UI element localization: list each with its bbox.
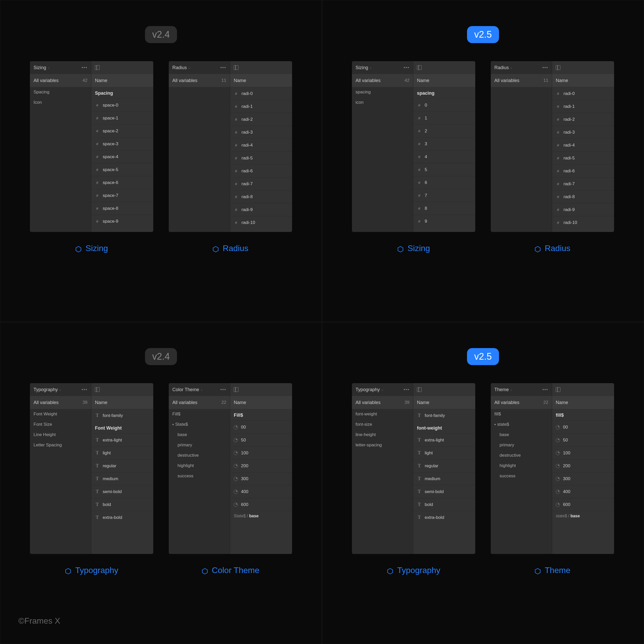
variable-row[interactable]: Tbold <box>413 498 475 511</box>
variable-row[interactable]: 4 <box>413 150 475 163</box>
layout-icon[interactable] <box>556 387 560 392</box>
variable-row[interactable]: space-4 <box>91 150 153 163</box>
sidebar-item[interactable]: Fill$ <box>169 409 230 419</box>
variable-row[interactable]: Textra-light <box>413 433 475 446</box>
variable-row[interactable]: Tsemi-bold <box>91 485 153 498</box>
variable-row[interactable]: radi-9 <box>230 203 292 216</box>
variable-row[interactable]: Tregular <box>91 459 153 472</box>
panel-title[interactable]: Theme⌵ <box>494 387 512 392</box>
variable-row[interactable]: 600 <box>552 498 614 511</box>
sidebar-item[interactable]: Line Height <box>30 430 91 440</box>
variable-row[interactable]: radi-9 <box>552 203 614 216</box>
sidebar-item[interactable]: destructive <box>169 450 230 461</box>
sidebar-item[interactable]: highlight <box>169 461 230 471</box>
variable-row[interactable]: 400 <box>552 485 614 498</box>
variable-row[interactable]: 100 <box>230 446 292 459</box>
more-icon[interactable]: ••• <box>220 65 226 70</box>
panel-title[interactable]: Color Theme⌵ <box>172 387 203 392</box>
variable-row[interactable]: radi-5 <box>552 151 614 164</box>
all-variables-row[interactable]: All variables22 <box>169 396 230 409</box>
panel-title[interactable]: Sizing⌵ <box>356 65 372 70</box>
variable-row[interactable]: Tlight <box>91 446 153 459</box>
variable-row[interactable]: radi-5 <box>230 151 292 164</box>
variable-row[interactable]: 3 <box>413 137 475 150</box>
more-icon[interactable]: ••• <box>82 387 87 392</box>
layout-icon[interactable] <box>234 65 238 70</box>
variable-row[interactable]: radi-4 <box>230 139 292 151</box>
variable-row[interactable]: radi-7 <box>552 177 614 190</box>
variable-row[interactable]: 6 <box>413 176 475 189</box>
variable-row[interactable]: 9 <box>413 215 475 228</box>
variable-row[interactable]: 2 <box>413 124 475 137</box>
variable-row[interactable]: 5 <box>413 163 475 176</box>
sidebar-item[interactable]: primary <box>491 440 552 450</box>
layout-icon[interactable] <box>95 65 100 70</box>
sidebar-item[interactable]: letter-spacing <box>352 440 413 450</box>
variable-row[interactable]: 00 <box>230 421 292 433</box>
sidebar-item[interactable]: Letter Spacing <box>30 440 91 450</box>
variable-row[interactable]: space-9 <box>91 215 153 228</box>
variable-row[interactable]: radi-8 <box>552 190 614 203</box>
sidebar-item[interactable]: icon <box>352 97 413 108</box>
variable-row[interactable]: space-7 <box>91 189 153 202</box>
panel-title[interactable]: Typography⌵ <box>356 387 383 392</box>
variable-row[interactable]: 100 <box>552 446 614 459</box>
panel-title[interactable]: Radius⌵ <box>494 65 512 70</box>
sidebar-item[interactable]: fill$ <box>491 409 552 419</box>
variable-row[interactable]: 200 <box>230 459 292 472</box>
layout-icon[interactable] <box>417 65 422 70</box>
more-icon[interactable]: ••• <box>542 387 548 392</box>
all-variables-row[interactable]: All variables11 <box>169 74 230 87</box>
variable-row[interactable]: space-6 <box>91 176 153 189</box>
sidebar-item[interactable]: success <box>491 471 552 481</box>
sidebar-item[interactable]: font-weight <box>352 409 413 419</box>
sidebar-item[interactable]: Font Size <box>30 419 91 430</box>
variable-row[interactable]: radi-6 <box>230 164 292 177</box>
panel-title[interactable]: Radius⌵ <box>172 65 190 70</box>
sidebar-item[interactable]: font-size <box>352 419 413 430</box>
sidebar-item[interactable]: primary <box>169 440 230 450</box>
all-variables-row[interactable]: All variables11 <box>491 74 552 87</box>
sidebar-item[interactable]: Icon <box>30 97 91 108</box>
variable-row[interactable]: 300 <box>230 472 292 485</box>
panel-title[interactable]: Sizing⌵ <box>34 65 50 70</box>
variable-row[interactable]: space-3 <box>91 137 153 150</box>
variable-row[interactable]: space-0 <box>91 99 153 111</box>
variable-row[interactable]: radi-3 <box>230 126 292 139</box>
variable-row[interactable]: 0 <box>413 99 475 111</box>
variable-row[interactable]: 600 <box>230 498 292 511</box>
sidebar-item[interactable]: success <box>169 471 230 481</box>
more-icon[interactable]: ••• <box>404 65 409 70</box>
variable-row[interactable]: space-8 <box>91 202 153 215</box>
variable-row[interactable]: 8 <box>413 202 475 215</box>
variable-row[interactable]: radi-6 <box>552 164 614 177</box>
variable-row[interactable]: radi-4 <box>552 139 614 151</box>
sidebar-item[interactable]: ▾State$ <box>169 419 230 430</box>
variable-row[interactable]: 200 <box>552 459 614 472</box>
more-icon[interactable]: ••• <box>82 65 87 70</box>
more-icon[interactable]: ••• <box>404 387 409 392</box>
variable-row[interactable]: Tsemi-bold <box>413 485 475 498</box>
variable-row[interactable]: Tfont-family <box>91 409 153 422</box>
sidebar-item[interactable]: line-height <box>352 430 413 440</box>
variable-row[interactable]: Tlight <box>413 446 475 459</box>
variable-row[interactable]: radi-10 <box>552 216 614 229</box>
all-variables-row[interactable]: All variables42 <box>352 74 413 87</box>
variable-row[interactable]: radi-0 <box>552 87 614 100</box>
variable-row[interactable]: radi-3 <box>552 126 614 139</box>
variable-row[interactable]: radi-2 <box>552 113 614 126</box>
variable-row[interactable]: radi-8 <box>230 190 292 203</box>
sidebar-item[interactable]: Spacing <box>30 87 91 97</box>
variable-row[interactable]: radi-7 <box>230 177 292 190</box>
variable-row[interactable]: space-1 <box>91 111 153 124</box>
variable-row[interactable]: Tfont-family <box>413 409 475 422</box>
all-variables-row[interactable]: All variables22 <box>491 396 552 409</box>
variable-row[interactable]: 7 <box>413 189 475 202</box>
variable-row[interactable]: 50 <box>552 433 614 446</box>
sidebar-item[interactable]: destructive <box>491 450 552 461</box>
more-icon[interactable]: ••• <box>220 387 226 392</box>
layout-icon[interactable] <box>234 387 238 392</box>
variable-row[interactable]: Textra-light <box>91 433 153 446</box>
sidebar-item[interactable]: ▾state$ <box>491 419 552 430</box>
variable-row[interactable]: Tmedium <box>91 472 153 485</box>
